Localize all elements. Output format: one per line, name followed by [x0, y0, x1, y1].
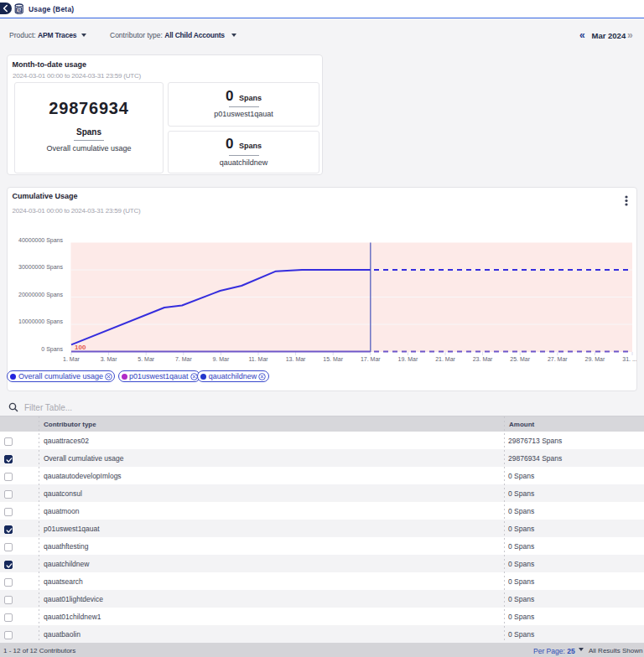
svg-text:29. Mar: 29. Mar — [585, 356, 605, 362]
svg-text:19. Mar: 19. Mar — [398, 356, 418, 362]
svg-text:1. Mar: 1. Mar — [63, 356, 80, 362]
svg-text:11. Mar: 11. Mar — [248, 356, 268, 362]
svg-text:20000000 Spans: 20000000 Spans — [18, 292, 63, 298]
svg-text:5. Mar: 5. Mar — [138, 356, 155, 362]
svg-text:17. Mar: 17. Mar — [361, 356, 381, 362]
svg-text:7. Mar: 7. Mar — [175, 356, 193, 362]
svg-text:25. Mar: 25. Mar — [510, 356, 530, 362]
svg-text:13. Mar: 13. Mar — [286, 356, 306, 362]
svg-text:15. Mar: 15. Mar — [323, 356, 343, 362]
svg-text:10000000 Spans: 10000000 Spans — [18, 318, 63, 325]
svg-text:%: % — [17, 8, 21, 13]
svg-text:9. Mar: 9. Mar — [212, 356, 230, 362]
svg-text:30000000 Spans: 30000000 Spans — [18, 264, 63, 271]
svg-text:40000000 Spans: 40000000 Spans — [18, 237, 63, 244]
svg-text:23. Mar: 23. Mar — [473, 356, 493, 362]
svg-text:0 Spans: 0 Spans — [41, 346, 63, 353]
svg-text:27. Mar: 27. Mar — [548, 356, 568, 362]
svg-text:21. Mar: 21. Mar — [435, 356, 455, 362]
svg-text:3. Mar: 3. Mar — [101, 356, 118, 362]
svg-text:100: 100 — [75, 344, 86, 351]
svg-text:31. ...: 31. ... — [622, 356, 636, 362]
